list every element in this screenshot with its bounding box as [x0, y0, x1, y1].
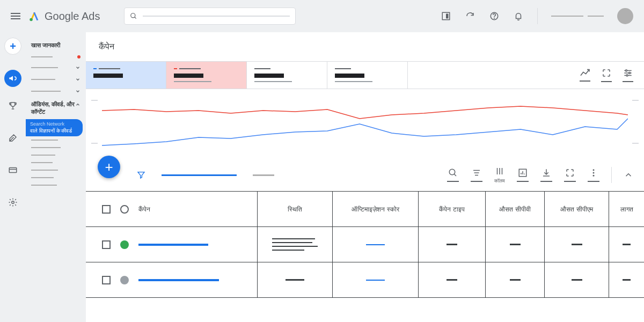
sidebar-item[interactable]	[29, 85, 83, 97]
refresh-icon[interactable]	[465, 11, 475, 21]
sliders-icon	[623, 68, 633, 78]
cell-value	[447, 279, 457, 281]
page-title: कैंपेन	[86, 32, 644, 61]
column-header[interactable]: कैंपेन टाइप	[439, 206, 464, 213]
scorecard-metric-4[interactable]	[327, 62, 408, 89]
sidebar-audiences[interactable]: ऑडियंस, कीवर्ड, और कॉन्टेंट	[29, 97, 83, 119]
opt-score-link[interactable]	[366, 280, 385, 281]
select-all-checkbox[interactable]	[102, 205, 111, 214]
notifications-icon[interactable]	[513, 11, 524, 21]
logo[interactable]: Google Ads	[28, 10, 100, 23]
date-range-picker[interactable]	[551, 16, 604, 17]
reports-button[interactable]	[517, 168, 529, 182]
billing-nav[interactable]	[4, 162, 21, 179]
scorecard-metric-1[interactable]	[86, 62, 166, 89]
svg-point-1	[131, 13, 135, 18]
sidebar-item[interactable]	[29, 62, 83, 74]
columns-icon	[495, 166, 504, 176]
trend-icon	[580, 69, 590, 77]
scorecard-metric-2[interactable]	[166, 62, 247, 89]
column-header[interactable]: लागत	[620, 206, 633, 213]
sidebar-item[interactable]	[29, 52, 83, 62]
bar-chart-icon	[518, 168, 528, 178]
reports-icon[interactable]	[441, 11, 451, 21]
cell-value	[510, 279, 521, 281]
sidebar-item[interactable]	[29, 136, 83, 144]
sidebar-item[interactable]	[29, 151, 83, 159]
svg-rect-7	[9, 168, 17, 173]
trophy-icon	[8, 101, 18, 111]
more-vertical-icon	[589, 168, 598, 178]
cell-value	[623, 244, 631, 245]
expand-icon	[602, 68, 611, 78]
sidebar-overview[interactable]: खास जानकारी	[29, 39, 83, 52]
sidebar-active-item[interactable]: Search Network वाले विज्ञापनों के कीवर्ड	[26, 119, 83, 137]
filter-chip[interactable]	[162, 174, 237, 176]
chevron-down-icon	[75, 77, 80, 82]
column-header[interactable]: औसत सीपीएम	[560, 206, 592, 213]
table-row[interactable]	[86, 227, 644, 262]
row-checkbox[interactable]	[102, 240, 111, 249]
status-indicator-enabled	[120, 240, 129, 249]
column-header[interactable]: ऑप्टिमाइज़ेशन स्कोर	[352, 206, 399, 213]
search-input[interactable]	[124, 8, 296, 25]
download-button[interactable]	[540, 168, 552, 182]
svg-point-14	[629, 72, 631, 74]
logo-text: Google Ads	[45, 10, 100, 23]
svg-point-28	[593, 169, 595, 171]
scorecard-metric-3[interactable]	[247, 62, 327, 89]
expand-chart-button[interactable]	[601, 68, 612, 82]
table-header-row: कैंपेन स्थिति ऑप्टिमाइज़ेशन स्कोर कैंपेन…	[86, 192, 644, 227]
cell-value	[623, 279, 631, 281]
sidebar-item[interactable]	[29, 159, 83, 166]
opt-score-link[interactable]	[366, 244, 385, 245]
sidebar-item[interactable]	[29, 166, 83, 174]
hamburger-menu[interactable]	[11, 11, 20, 21]
svg-point-13	[626, 70, 627, 71]
campaigns-nav[interactable]	[4, 70, 21, 87]
svg-line-2	[135, 17, 136, 19]
cell-value	[572, 244, 582, 245]
chart-type-button[interactable]	[580, 69, 590, 82]
expand-icon	[565, 168, 575, 178]
cell-value	[572, 279, 582, 281]
filter-icon[interactable]	[137, 171, 145, 179]
add-button[interactable]: +	[4, 38, 21, 55]
megaphone-icon	[8, 74, 18, 83]
help-icon[interactable]	[489, 11, 500, 21]
goals-nav[interactable]	[4, 97, 21, 114]
adjust-chart-button[interactable]	[623, 68, 633, 82]
columns-button[interactable]: कॉलम	[494, 166, 505, 184]
svg-rect-4	[447, 14, 448, 18]
collapse-button[interactable]	[624, 170, 633, 180]
search-icon	[130, 12, 137, 20]
filter-chip[interactable]	[253, 174, 274, 176]
sidebar-item[interactable]	[29, 174, 83, 181]
add-campaign-button[interactable]: +	[98, 156, 120, 178]
column-header[interactable]: औसत सीपीवी	[499, 206, 530, 213]
status-filter[interactable]	[120, 205, 129, 214]
campaign-name-link[interactable]	[138, 279, 219, 281]
column-header[interactable]: कैंपेन	[138, 206, 150, 213]
avatar[interactable]	[617, 8, 633, 24]
table-search-button[interactable]	[447, 168, 459, 182]
tools-nav[interactable]	[4, 129, 21, 147]
campaigns-table: कैंपेन स्थिति ऑप्टिमाइज़ेशन स्कोर कैंपेन…	[86, 191, 644, 298]
column-header[interactable]: स्थिति	[288, 206, 302, 213]
settings-nav[interactable]	[4, 194, 21, 211]
more-button[interactable]	[588, 168, 599, 182]
fullscreen-button[interactable]	[564, 168, 576, 182]
chevron-down-icon	[75, 89, 80, 94]
cell-value	[510, 244, 521, 245]
table-row[interactable]	[86, 262, 644, 298]
alert-dot-icon	[77, 55, 80, 58]
tools-icon	[8, 133, 18, 143]
campaign-name-link[interactable]	[138, 244, 208, 246]
performance-chart	[86, 89, 644, 159]
chevron-down-icon	[75, 65, 80, 70]
sidebar-item[interactable]	[29, 181, 83, 189]
segment-button[interactable]	[471, 168, 482, 182]
sidebar-item[interactable]	[29, 144, 83, 151]
row-checkbox[interactable]	[102, 276, 111, 284]
sidebar-item[interactable]	[29, 74, 83, 85]
